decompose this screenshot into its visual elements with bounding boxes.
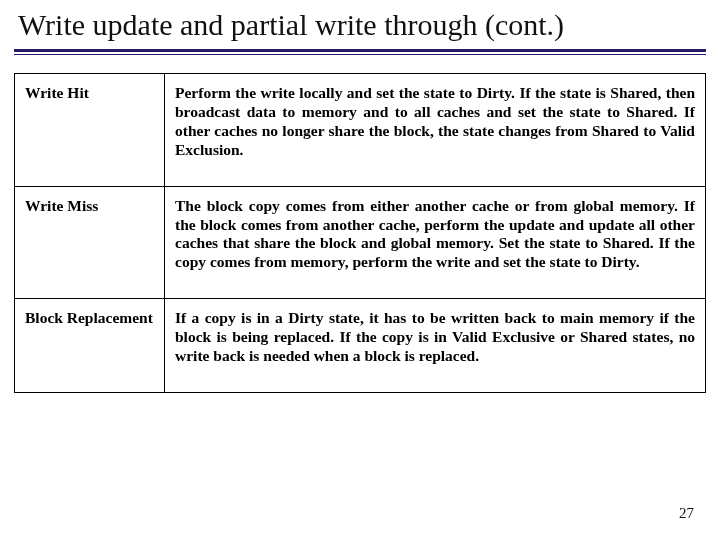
table-row: Write Hit Perform the write locally and … [15,74,706,187]
row-desc-block-replacement: If a copy is in a Dirty state, it has to… [165,299,706,393]
slide: Write update and partial write through (… [0,0,720,540]
protocol-table-wrapper: Write Hit Perform the write locally and … [14,73,706,393]
slide-title: Write update and partial write through (… [14,8,706,41]
title-underline [14,49,706,55]
row-label-write-miss: Write Miss [15,186,165,299]
protocol-table: Write Hit Perform the write locally and … [14,73,706,393]
table-row: Write Miss The block copy comes from eit… [15,186,706,299]
row-desc-write-hit: Perform the write locally and set the st… [165,74,706,187]
row-label-block-replacement: Block Replacement [15,299,165,393]
page-number: 27 [679,505,694,522]
table-row: Block Replacement If a copy is in a Dirt… [15,299,706,393]
row-desc-write-miss: The block copy comes from either another… [165,186,706,299]
row-label-write-hit: Write Hit [15,74,165,187]
